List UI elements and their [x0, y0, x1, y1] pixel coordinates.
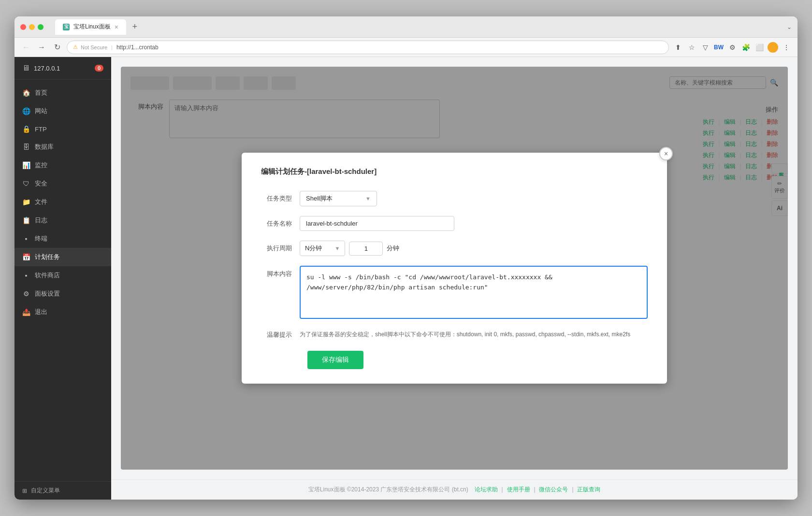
task-name-label: 任务名称 [261, 219, 300, 228]
website-icon: 🌐 [22, 107, 30, 115]
save-edit-button[interactable]: 保存编辑 [307, 351, 363, 369]
tab-title: 宝塔Linux面板 [73, 23, 111, 31]
footer-sep-3: ｜ [570, 486, 576, 493]
task-name-control [300, 216, 648, 231]
sidebar-item-ftp[interactable]: 🔒 FTP [14, 120, 111, 138]
extension-icon[interactable]: ▽ [700, 42, 710, 53]
modal-overlay[interactable]: × 编辑计划任务-[laravel-bt-schduler] 任务类型 Shel… [121, 67, 788, 470]
task-type-select[interactable]: Shell脚本 ▼ [300, 191, 377, 206]
footer-sep-1: ｜ [499, 486, 505, 493]
sidebar-item-database[interactable]: 🗄 数据库 [14, 138, 111, 156]
sidebar-label-ftp: FTP [35, 126, 47, 133]
interval-row: 执行周期 N分钟 ▼ 分钟 [261, 241, 648, 256]
sidebar-item-website[interactable]: 🌐 网站 [14, 102, 111, 120]
sidebar-label-crontab: 计划任务 [35, 253, 60, 261]
tab-bar: 宝 宝塔Linux面板 × + [55, 19, 142, 35]
modal-close-button[interactable]: × [659, 147, 673, 160]
close-button[interactable] [20, 24, 26, 30]
script-row: 脚本内容 su -l www -s /bin/bash -c "cd /www/… [261, 266, 648, 321]
script-label: 脚本内容 [261, 266, 300, 278]
traffic-lights [20, 24, 44, 30]
sidebar-label-files: 文件 [35, 198, 47, 206]
footer-wechat-link[interactable]: 微信公众号 [539, 486, 568, 493]
sidebar-item-logs[interactable]: 📋 日志 [14, 211, 111, 229]
footer-official-link[interactable]: 正版查询 [577, 486, 600, 493]
database-icon: 🗄 [22, 143, 30, 151]
sidebar-item-settings[interactable]: ⚙ 面板设置 [14, 285, 111, 303]
sidebar-item-home[interactable]: 🏠 首页 [14, 84, 111, 102]
interval-input-group: N分钟 ▼ 分钟 [300, 241, 648, 256]
monitor-icon: 📊 [22, 161, 30, 169]
task-type-row: 任务类型 Shell脚本 ▼ [261, 191, 648, 206]
back-button[interactable]: ← [20, 42, 32, 53]
sidebar-item-files[interactable]: 📁 文件 [14, 193, 111, 211]
ftp-icon: 🔒 [22, 125, 30, 133]
url-separator: | [111, 44, 113, 50]
files-icon: 📁 [22, 198, 30, 206]
bitwarden-icon[interactable]: BW [713, 42, 724, 53]
sidebar-item-monitor[interactable]: 📊 监控 [14, 156, 111, 174]
panel-settings-icon: ⚙ [22, 290, 30, 298]
address-bar: ← → ↻ ⚠ Not Secure | http://1...crontab … [14, 38, 798, 57]
notification-badge[interactable]: 0 [95, 65, 103, 72]
active-tab[interactable]: 宝 宝塔Linux面板 × [55, 19, 126, 35]
tab-favicon: 宝 [63, 24, 70, 30]
interval-type-select[interactable]: N分钟 ▼ [300, 241, 345, 256]
footer-copyright: 宝塔Linux面板 ©2014-2023 广东堡塔安全技术有限公司 (bt.cn… [308, 486, 468, 493]
sidebar-item-security[interactable]: 🛡 安全 [14, 174, 111, 193]
toolbar-icons: ⬆ ☆ ▽ BW ⚙ 🧩 ⬜ ⋮ [673, 42, 792, 53]
tab-close-button[interactable]: × [115, 23, 118, 31]
edit-task-modal: × 编辑计划任务-[laravel-bt-schduler] 任务类型 Shel… [242, 153, 667, 384]
share-icon[interactable]: ⬆ [673, 42, 683, 53]
task-type-control: Shell脚本 ▼ [300, 191, 648, 206]
refresh-button[interactable]: ↻ [51, 42, 63, 53]
logout-icon: 📤 [22, 308, 30, 316]
sidebar-item-terminal[interactable]: ▪ 终端 [14, 229, 111, 248]
extensions-icon[interactable]: 🧩 [740, 42, 751, 53]
security-text: Not Secure [81, 44, 107, 50]
script-textarea[interactable]: su -l www -s /bin/bash -c "cd /www/wwwro… [300, 266, 648, 319]
warning-label: 温馨提示 [261, 330, 300, 339]
footer-forum-link[interactable]: 论坛求助 [475, 486, 498, 493]
sidebar-item-crontab[interactable]: 📅 计划任务 [14, 248, 111, 266]
sidebar-label-website: 网站 [35, 107, 47, 115]
browser-window: 宝 宝塔Linux面板 × + ⌄ ← → ↻ ⚠ Not Secure | h… [14, 16, 798, 500]
sidebar-item-appstore[interactable]: ▪ 软件商店 [14, 266, 111, 285]
more-options-icon[interactable]: ⋮ [781, 42, 792, 53]
maximize-button[interactable] [38, 24, 44, 30]
appstore-icon: ▪ [22, 272, 30, 279]
background-panel: 脚本内容 🔍 操作 执行 ｜ 编辑 ｜ 日志 ｜ [121, 67, 788, 470]
task-name-input[interactable] [300, 216, 454, 231]
security-indicator: ⚠ [73, 44, 78, 50]
sidebar: 🖥 127.0.0.1 0 🏠 首页 🌐 网站 🔒 FTP [14, 57, 111, 500]
profiles-icon[interactable]: ⬜ [754, 42, 765, 53]
sidebar-label-database: 数据库 [35, 143, 54, 151]
footer-manual-link[interactable]: 使用手册 [507, 486, 530, 493]
custom-menu-button[interactable]: ⊞ 自定义菜单 [22, 487, 103, 495]
custom-menu-label: 自定义菜单 [31, 487, 60, 495]
forward-button[interactable]: → [36, 42, 47, 53]
sidebar-item-logout[interactable]: 📤 退出 [14, 303, 111, 321]
new-tab-button[interactable]: + [128, 20, 142, 34]
sidebar-label-appstore: 软件商店 [35, 271, 60, 280]
window-menu-chevron[interactable]: ⌄ [787, 24, 792, 30]
url-bar[interactable]: ⚠ Not Secure | http://1...crontab [67, 41, 669, 54]
bookmark-icon[interactable]: ☆ [686, 42, 697, 53]
interval-value-input[interactable] [349, 242, 383, 256]
task-name-row: 任务名称 [261, 216, 648, 231]
home-icon: 🏠 [22, 89, 30, 97]
server-icon: 🖥 [22, 64, 30, 72]
interval-label: 执行周期 [261, 244, 300, 253]
title-bar: 宝 宝塔Linux面板 × + ⌄ [14, 16, 798, 38]
server-name: 127.0.0.1 [34, 65, 60, 72]
sidebar-menu: 🏠 首页 🌐 网站 🔒 FTP 🗄 数据库 📊 监控 [14, 80, 111, 481]
terminal-icon: ▪ [22, 235, 30, 243]
server-info: 🖥 127.0.0.1 [22, 64, 60, 72]
user-avatar[interactable] [768, 42, 778, 53]
settings-icon[interactable]: ⚙ [727, 42, 738, 53]
sidebar-label-settings: 面板设置 [35, 289, 60, 298]
minimize-button[interactable] [29, 24, 35, 30]
script-control: su -l www -s /bin/bash -c "cd /www/wwwro… [300, 266, 648, 321]
modal-title: 编辑计划任务-[laravel-bt-schduler] [261, 167, 648, 176]
sidebar-label-logs: 日志 [35, 216, 47, 225]
